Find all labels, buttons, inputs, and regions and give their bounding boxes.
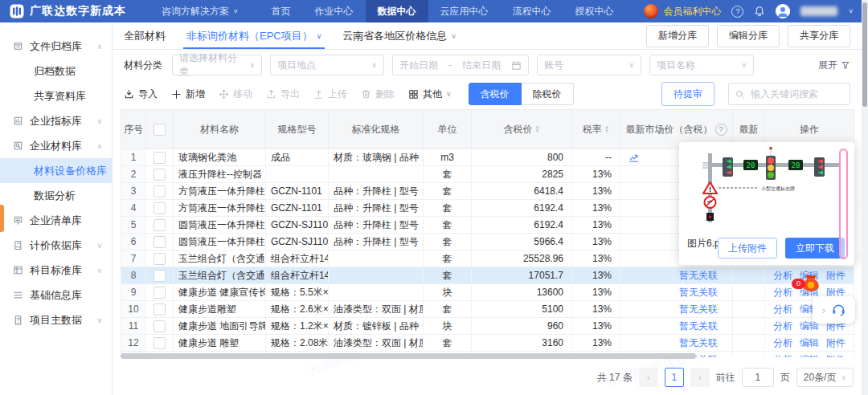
download-now-button[interactable]: 立即下载	[785, 238, 845, 259]
account-select[interactable]: 账号∨	[537, 55, 641, 75]
edit-link[interactable]: 编辑	[800, 336, 819, 350]
preview-image[interactable]: 20 20 ! 小型交通标志牌	[686, 147, 846, 232]
expand-toggle[interactable]: 展开	[818, 59, 850, 72]
page-size-select[interactable]: 20条/页 ∨	[796, 368, 854, 387]
pending-review-button[interactable]: 待提审	[661, 82, 714, 106]
row-checkbox[interactable]	[154, 219, 166, 231]
analyze-link[interactable]: 分析	[773, 353, 792, 358]
no-association-link[interactable]: 暂无关联	[679, 286, 718, 299]
row-checkbox[interactable]	[154, 270, 166, 282]
analyze-link[interactable]: 分析	[773, 303, 792, 316]
vertical-scrollbar-thumb[interactable]	[862, 2, 867, 107]
analyze-link[interactable]: 分析	[773, 269, 792, 283]
add-library-button[interactable]: 新增分库	[646, 25, 709, 47]
edit-link[interactable]: 编辑	[800, 353, 819, 358]
no-association-link[interactable]: 暂无关联	[679, 303, 718, 316]
project-name-select[interactable]: 项目名称∨	[649, 55, 754, 75]
help-icon[interactable]: ?	[731, 6, 743, 18]
sidebar-item-8[interactable]: 计价依据库∨	[0, 233, 112, 258]
topnav-item-1[interactable]: 作业中心	[303, 0, 366, 22]
attachment-link[interactable]: 附件	[826, 336, 845, 350]
customer-service-icon[interactable]	[832, 303, 845, 316]
no-association-link[interactable]: 暂无关联	[679, 320, 718, 333]
sidebar-item-9[interactable]: 科目标准库∨	[0, 258, 112, 283]
share-library-button[interactable]: 共享分库	[788, 25, 850, 47]
row-checkbox[interactable]	[154, 236, 166, 248]
sidebar-item-2[interactable]: 共享资料库	[0, 83, 112, 108]
row-checkbox[interactable]	[154, 185, 166, 198]
feedback-handle[interactable]	[0, 205, 4, 232]
cell: 品种：升降柱 | 型号：GCZN-...	[329, 183, 424, 199]
sidebar-item-7[interactable]: 企业清单库	[0, 208, 112, 233]
project-location-select[interactable]: 项目地点∨	[270, 55, 384, 75]
tax-excluded-toggle[interactable]: 除税价	[522, 83, 574, 105]
row-checkbox[interactable]	[154, 152, 166, 164]
no-association-link[interactable]: 暂无关联	[679, 336, 718, 350]
member-center-link[interactable]: 会员福利中心	[644, 4, 721, 18]
add-button[interactable]: 新增	[171, 88, 205, 101]
tax-included-toggle[interactable]: 含税价	[469, 83, 522, 105]
sidebar-item-5[interactable]: 材料设备价格库	[0, 158, 112, 183]
import-button[interactable]: 导入	[124, 88, 158, 101]
topnav-item-2[interactable]: 数据中心	[366, 0, 428, 22]
attachment-link[interactable]: 附件	[826, 353, 845, 358]
topnav-item-4[interactable]: 流程中心	[501, 0, 563, 22]
sidebar-item-4[interactable]: 企业材料库∧	[0, 133, 112, 158]
tab-2[interactable]: 云南省各地区价格信息∨	[342, 22, 457, 49]
sidebar-item-6[interactable]: 数据分析	[0, 183, 112, 208]
analyze-link[interactable]: 分析	[773, 320, 792, 333]
chevron-down-icon[interactable]: ∨	[848, 8, 854, 14]
sidebar-item-1[interactable]: 归档数据	[0, 59, 112, 83]
pink-highlight-scrollbar[interactable]	[839, 149, 848, 259]
sort-icon[interactable]: ▲▼	[535, 125, 540, 133]
bell-icon[interactable]	[754, 6, 765, 17]
edit-library-button[interactable]: 编辑分库	[717, 25, 780, 47]
date-range-picker[interactable]: 开始日期 - 结束日期	[392, 55, 529, 75]
page-1-button[interactable]: 1	[665, 368, 684, 387]
table-row[interactable]: 10健康步道雕塑规格：2.6米×2米...油漆类型：双面 | 材质：混凝...套…	[121, 301, 854, 318]
horizontal-scrollbar[interactable]	[121, 353, 696, 359]
row-checkbox[interactable]	[154, 337, 166, 349]
no-association-link[interactable]: 暂无关联	[679, 269, 718, 283]
table-row[interactable]: 11健康步道 地面引导牌规格：1.2米×0.7...材质：镀锌板 | 品种：引导…	[121, 318, 854, 335]
row-checkbox[interactable]	[154, 169, 166, 181]
attachment-link[interactable]: 附件	[826, 269, 845, 283]
row-checkbox[interactable]	[154, 287, 166, 299]
analyze-link[interactable]: 分析	[773, 286, 792, 299]
material-category-select[interactable]: 请选择材料分类∨	[172, 55, 262, 75]
table-row[interactable]: 12健康步道 雕塑规格：2.08米×1...油漆类型：双面 | 材质：混凝...…	[121, 335, 854, 352]
tab-1[interactable]: 非标询价材料（EPC项目）∨	[186, 22, 321, 49]
more-button[interactable]: 其他∨	[408, 88, 452, 101]
table-row[interactable]: 9健康步道 健康宣传长廊规格：5.5米×2.4...块1360013%暂无关联分…	[121, 284, 854, 301]
vertical-scrollbar[interactable]	[862, 0, 868, 395]
prev-page-button[interactable]: ‹	[639, 368, 658, 387]
select-all-checkbox[interactable]	[154, 124, 166, 136]
topnav-item-3[interactable]: 云应用中心	[428, 0, 501, 22]
row-checkbox[interactable]	[154, 253, 166, 265]
promo-float[interactable]: 0	[792, 273, 821, 294]
keyword-search-input[interactable]	[749, 88, 843, 100]
row-checkbox[interactable]	[154, 320, 166, 332]
sort-icon[interactable]: ▲▼	[604, 125, 609, 133]
avatar[interactable]	[776, 4, 790, 18]
goto-page-input[interactable]	[742, 368, 774, 387]
tab-0[interactable]: 全部材料	[124, 22, 166, 49]
next-page-button[interactable]: ›	[690, 368, 710, 387]
analyze-link[interactable]: 分析	[773, 336, 792, 350]
brand-logo[interactable]: 广联达数字新成本	[0, 4, 137, 18]
trend-chart-icon[interactable]	[628, 153, 639, 163]
topnav-item-5[interactable]: 授权中心	[563, 0, 626, 22]
help-icon[interactable]: ?	[715, 124, 727, 136]
upload-attachment-button[interactable]: 上传附件	[718, 238, 777, 259]
row-checkbox[interactable]	[154, 303, 166, 316]
topnav-item-0[interactable]: 首页	[260, 0, 303, 22]
sidebar-item-11[interactable]: 项目主数据∨	[0, 307, 112, 332]
sidebar-item-0[interactable]: 文件归档库∧	[0, 34, 112, 59]
username-blurred[interactable]	[800, 6, 837, 16]
collapse-chevron-icon[interactable]: ›	[822, 304, 825, 316]
sidebar-item-3[interactable]: 企业指标库∨	[0, 108, 112, 133]
solution-menu[interactable]: 咨询方解决方案 ∨	[162, 5, 239, 18]
table-row[interactable]: 8玉兰组合灯（含交通灯）组合杆立杆14米...套17051.713%暂无关联分析…	[121, 267, 854, 284]
row-checkbox[interactable]	[154, 202, 166, 214]
sidebar-item-10[interactable]: 基础信息库	[0, 283, 112, 307]
